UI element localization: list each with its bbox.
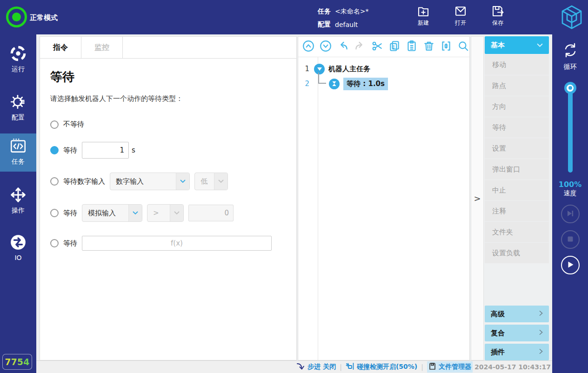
- digital-input-select[interactable]: 数字输入: [110, 173, 190, 190]
- file-manager-button[interactable]: 文件管理器: [427, 361, 473, 373]
- io-exchange-icon: [0, 233, 36, 251]
- mode-indicator[interactable]: [6, 7, 27, 27]
- task-info: 任务 <未命名>* 配置 default: [318, 6, 368, 30]
- option-row-wait-digital: 等待数字输入 数字输入 低: [50, 173, 286, 190]
- status-bar: 步进 关闭 | 碰撞检测开启(50%) | 文件管理器 2024-05-17 1…: [36, 360, 552, 373]
- analog-input-select[interactable]: 模拟输入: [82, 204, 142, 222]
- play-button[interactable]: [561, 256, 580, 274]
- analog-threshold-input[interactable]: [188, 205, 234, 221]
- hourglass-icon: [329, 79, 340, 89]
- open-file-icon: [446, 4, 475, 18]
- speed-slider-track[interactable]: [568, 88, 573, 173]
- sidebar-item-run[interactable]: 运行: [0, 41, 36, 73]
- sidebar-item-io[interactable]: IO: [0, 230, 36, 261]
- line-number: 1: [298, 65, 314, 73]
- chevron-down-icon: [214, 173, 227, 190]
- wait-digital-radio[interactable]: [50, 177, 59, 186]
- command-item-abort[interactable]: 中止: [485, 180, 549, 200]
- page-title: 等待: [50, 69, 286, 85]
- tree-row-wait[interactable]: 2 等待 : 1.0s: [298, 76, 469, 91]
- stop-button[interactable]: [561, 230, 580, 249]
- command-panel: 基本 移动 路点 方向 等待 设置 弹出窗口 中止 注释 文件夹 设置负载 高级…: [485, 36, 549, 360]
- chevron-down-icon: [537, 41, 543, 49]
- wait-seconds-radio[interactable]: [50, 146, 59, 154]
- gear-icon: [0, 93, 36, 111]
- panel-expander-button[interactable]: >: [471, 36, 484, 360]
- tree-connector: [318, 73, 326, 84]
- sidebar-item-config[interactable]: 配置: [0, 89, 36, 122]
- loop-toggle-button[interactable]: 循环: [561, 41, 580, 71]
- analog-operator-select[interactable]: >: [147, 204, 184, 222]
- wait-analog-radio[interactable]: [50, 209, 59, 217]
- status-code-badge[interactable]: 7754: [2, 354, 32, 370]
- new-file-icon: [408, 4, 438, 18]
- chevron-right-icon: [539, 329, 543, 337]
- chevron-right-icon: [539, 310, 543, 318]
- chevron-right-icon: [539, 348, 543, 356]
- search-icon[interactable]: [457, 40, 469, 53]
- stop-icon: [566, 235, 575, 245]
- wait-analog-label: 等待: [63, 209, 77, 218]
- line-number-divider: [318, 57, 318, 360]
- move-down-icon[interactable]: [320, 40, 332, 53]
- move-up-icon[interactable]: [302, 40, 314, 53]
- command-item-popup[interactable]: 弹出窗口: [485, 159, 549, 180]
- move-arrows-icon: [0, 186, 36, 204]
- digital-level-select[interactable]: 低: [194, 173, 228, 190]
- tree-node-label-selected: 等待 : 1.0s: [343, 78, 388, 90]
- task-label: 任务: [318, 7, 331, 16]
- no-wait-radio[interactable]: [50, 120, 59, 129]
- save-task-button[interactable]: 保存: [483, 4, 513, 27]
- new-task-button[interactable]: 新建: [408, 4, 438, 27]
- play-icon: [566, 260, 575, 270]
- command-item-set[interactable]: 设置: [485, 138, 549, 159]
- option-row-no-wait: 不等待: [50, 120, 286, 129]
- speed-slider[interactable]: [568, 88, 573, 173]
- instruction-tabs: 指令 监控: [40, 37, 296, 59]
- command-group-composite[interactable]: 复合: [485, 325, 549, 341]
- speed-slider-handle[interactable]: [564, 82, 576, 94]
- run-icon: [0, 45, 36, 62]
- step-mode-status[interactable]: 步进 关闭: [296, 362, 336, 372]
- command-item-comment[interactable]: 注释: [485, 201, 549, 221]
- command-group-advanced[interactable]: 高级: [485, 306, 549, 322]
- instruction-panel: 指令 监控 等待 请选择触发机器人下一个动作的等待类型： 不等待 等待 s 等待…: [40, 36, 297, 360]
- command-item-wait[interactable]: 等待: [485, 117, 549, 138]
- tree-node-label: 机器人主任务: [328, 65, 370, 73]
- paste-icon[interactable]: [406, 40, 418, 53]
- tree-toolbar: [298, 37, 469, 57]
- command-group-basic[interactable]: 基本: [485, 36, 549, 54]
- collision-detection-status[interactable]: 碰撞检测开启(50%): [346, 362, 417, 372]
- redo-icon[interactable]: [354, 40, 366, 53]
- no-wait-label: 不等待: [63, 120, 84, 129]
- sidebar-item-operate[interactable]: 操作: [0, 182, 36, 215]
- command-item-direction[interactable]: 方向: [485, 96, 549, 117]
- command-item-waypoint[interactable]: 路点: [485, 75, 549, 96]
- tab-monitor[interactable]: 监控: [81, 37, 123, 58]
- speed-value: 100%: [559, 180, 581, 189]
- clock-timestamp: 2024-05-17 10:43:17: [474, 363, 552, 371]
- wait-expression-radio[interactable]: [50, 239, 59, 247]
- code-window-icon: [0, 137, 36, 155]
- task-name-value: <未命名>*: [335, 7, 368, 16]
- tab-instruction[interactable]: 指令: [40, 37, 81, 58]
- seconds-unit-label: s: [132, 146, 135, 154]
- skip-next-icon: [566, 209, 575, 219]
- cut-icon[interactable]: [371, 40, 383, 53]
- copy-icon[interactable]: [388, 40, 401, 53]
- wait-seconds-input[interactable]: [82, 142, 129, 159]
- config-label: 配置: [318, 20, 331, 29]
- step-forward-button[interactable]: [561, 205, 580, 223]
- collapse-icon[interactable]: [440, 40, 452, 53]
- open-task-button[interactable]: 打开: [446, 4, 475, 27]
- expression-input[interactable]: [82, 236, 272, 251]
- undo-icon[interactable]: [337, 40, 349, 53]
- command-item-move[interactable]: 移动: [485, 54, 549, 75]
- command-group-plugin[interactable]: 插件: [485, 344, 549, 360]
- command-item-payload[interactable]: 设置负载: [485, 243, 549, 263]
- chevron-down-icon: [170, 205, 183, 221]
- chevron-right-icon: >: [474, 193, 481, 203]
- delete-icon[interactable]: [423, 40, 435, 53]
- command-item-folder[interactable]: 文件夹: [485, 222, 549, 242]
- sidebar-item-task[interactable]: 任务: [0, 133, 36, 172]
